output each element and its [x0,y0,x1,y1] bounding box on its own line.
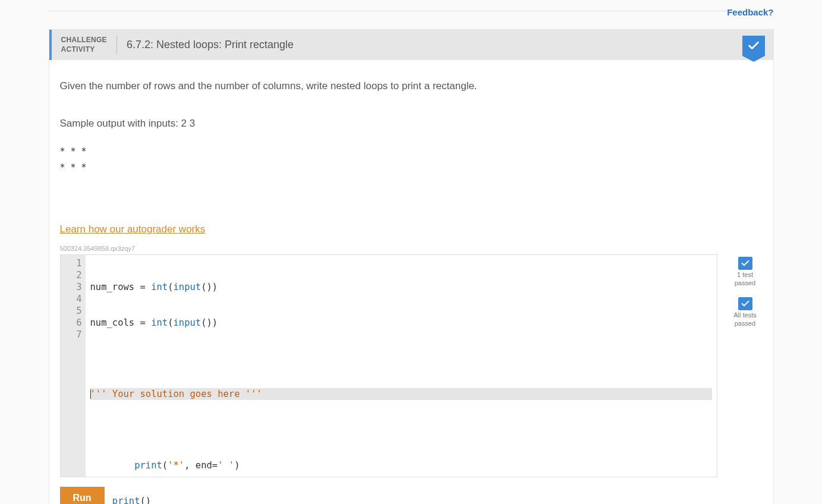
line-number: 4 [67,293,82,305]
challenge-header: CHALLENGE ACTIVITY 6.7.2: Nested loops: … [49,30,773,60]
editor-row: 1 2 3 4 5 6 7 num_rows = int(input()) nu… [60,254,763,477]
line-number: 7 [67,329,82,341]
check-icon [747,39,760,52]
code-line [90,352,712,364]
challenge-title: 6.7.2: Nested loops: Print rectangle [117,36,294,54]
challenge-body: Given the number of rows and the number … [49,60,773,504]
code-line: print('*', end=' ') [90,459,712,471]
status-column: 1 testpassed All testspassed [728,254,763,336]
code-id: 500324.3549858.qx3zqy7 [60,245,763,252]
check-icon [741,259,750,268]
sample-output-label: Sample output with inputs: 2 3 [60,118,763,130]
line-number: 1 [67,257,82,269]
line-number: 2 [67,269,82,281]
challenge-label-line2: ACTIVITY [61,45,107,55]
code-line: print() [90,495,712,504]
divider [49,11,774,11]
completion-badge [742,36,765,56]
code-line: num_cols = int(input()) [90,317,712,329]
all-tests-passed-label: All testspassed [733,311,757,328]
line-number: 5 [67,305,82,317]
challenge-label: CHALLENGE ACTIVITY [61,36,117,54]
code-line: ''' Your solution goes here ''' [90,388,712,400]
autograder-link[interactable]: Learn how our autograder works [60,223,206,235]
feedback-link[interactable]: Feedback? [727,7,773,17]
check-icon [741,299,750,308]
line-gutter: 1 2 3 4 5 6 7 [61,255,86,477]
line-number: 3 [67,281,82,293]
code-lines[interactable]: num_rows = int(input()) num_cols = int(i… [86,255,717,477]
sample-output: * * * * * * [60,144,763,176]
all-tests-passed-badge [738,297,752,310]
code-line: num_rows = int(input()) [90,281,712,293]
line-number: 6 [67,317,82,329]
instructions-text: Given the number of rows and the number … [60,78,763,94]
test-passed-label: 1 testpassed [735,271,755,288]
code-editor[interactable]: 1 2 3 4 5 6 7 num_rows = int(input()) nu… [60,254,717,477]
test-passed-badge [738,257,752,270]
challenge-label-line1: CHALLENGE [61,36,107,45]
code-line [90,424,712,436]
challenge-card: CHALLENGE ACTIVITY 6.7.2: Nested loops: … [49,29,774,504]
